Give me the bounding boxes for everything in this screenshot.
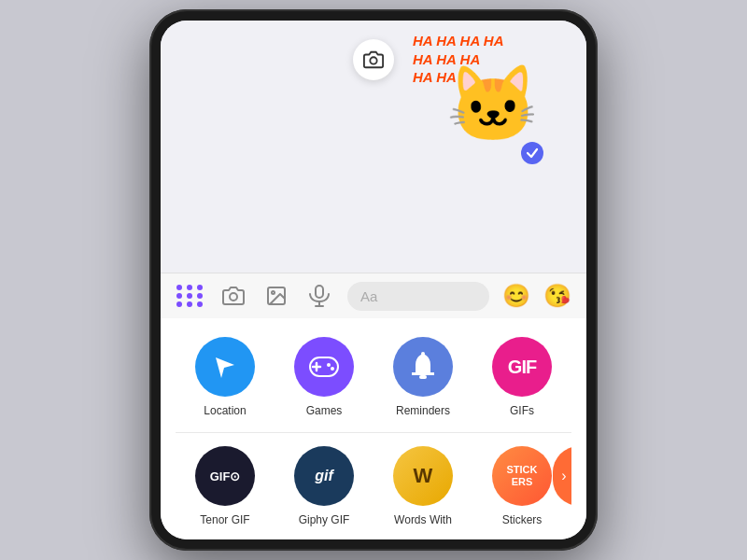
- sticker-emoji-button[interactable]: 😘: [543, 283, 571, 309]
- app-giphy[interactable]: gif Giphy GIF: [287, 446, 361, 526]
- svg-point-12: [331, 367, 334, 371]
- camera-icon: [363, 49, 384, 70]
- svg-marker-7: [216, 357, 234, 378]
- check-icon: [526, 147, 539, 160]
- app-stickers[interactable]: STICKERS Stickers: [485, 446, 559, 526]
- camera-toolbar-button[interactable]: [218, 281, 248, 311]
- giphy-icon: gif: [294, 446, 354, 506]
- app-words[interactable]: W Words With: [386, 446, 460, 526]
- bell-icon: [410, 352, 436, 382]
- microphone-icon: [309, 285, 330, 307]
- emoji-button[interactable]: 😊: [502, 283, 530, 309]
- svg-rect-13: [421, 352, 425, 356]
- svg-point-0: [370, 57, 376, 63]
- gifs-label: GIFs: [510, 404, 534, 417]
- gif-text: GIF: [508, 357, 536, 378]
- app-reminders[interactable]: Reminders: [386, 337, 460, 417]
- message-toolbar: Aa 😊 😘: [161, 273, 586, 318]
- grid-dots-icon: [176, 285, 204, 307]
- giphy-label: Giphy GIF: [299, 513, 350, 526]
- svg-point-11: [327, 363, 331, 367]
- games-label: Games: [306, 404, 343, 417]
- ha-text: HA HA HA HAHA HA HAHA HA: [409, 30, 549, 89]
- games-icon: [294, 337, 354, 397]
- stickers-label: Stickers: [502, 513, 543, 526]
- sticker-container: HA HA HA HAHA HA HAHA HA 🐱: [409, 30, 558, 179]
- words-icon: W: [393, 446, 453, 506]
- apps-panel: Location Games: [161, 318, 586, 539]
- gamepad-icon: [309, 357, 339, 377]
- phone-screen: HA HA HA HAHA HA HAHA HA 🐱: [161, 21, 586, 539]
- microphone-button[interactable]: [304, 281, 334, 311]
- app-gifs[interactable]: GIF GIFs: [485, 337, 559, 417]
- message-input[interactable]: Aa: [347, 282, 489, 311]
- apps-grid-button[interactable]: [176, 281, 205, 311]
- tenor-gif-icon: GIF⊙: [195, 446, 255, 506]
- apps-row-1: Location Games: [176, 337, 571, 417]
- words-label: Words With: [394, 513, 452, 526]
- app-tenor-gif[interactable]: GIF⊙ Tenor GIF: [188, 446, 262, 526]
- location-arrow-icon: [211, 353, 239, 381]
- app-location[interactable]: Location: [188, 337, 262, 417]
- gallery-button[interactable]: [261, 281, 291, 311]
- check-badge: [521, 142, 543, 164]
- camera-toolbar-icon: [222, 285, 245, 307]
- location-icon: [195, 337, 255, 397]
- svg-rect-4: [316, 286, 323, 298]
- location-label: Location: [204, 404, 246, 417]
- gifs-icon: GIF: [492, 337, 552, 397]
- chat-area: HA HA HA HAHA HA HAHA HA 🐱: [161, 21, 586, 273]
- reminders-icon: [393, 337, 453, 397]
- gallery-icon: [265, 285, 288, 307]
- svg-point-1: [230, 293, 237, 301]
- svg-point-3: [272, 291, 275, 294]
- reminders-label: Reminders: [396, 404, 450, 417]
- input-placeholder: Aa: [360, 288, 377, 304]
- apps-row-2: GIF⊙ Tenor GIF gif Giphy GIF W Word: [176, 446, 571, 526]
- camera-button[interactable]: [353, 39, 394, 80]
- phone-frame: HA HA HA HAHA HA HAHA HA 🐱: [149, 9, 598, 551]
- tenor-label: Tenor GIF: [200, 513, 249, 526]
- stickers-icon: STICKERS: [492, 446, 552, 506]
- svg-rect-14: [419, 375, 427, 379]
- app-games[interactable]: Games: [287, 337, 361, 417]
- apps-divider: [176, 432, 571, 433]
